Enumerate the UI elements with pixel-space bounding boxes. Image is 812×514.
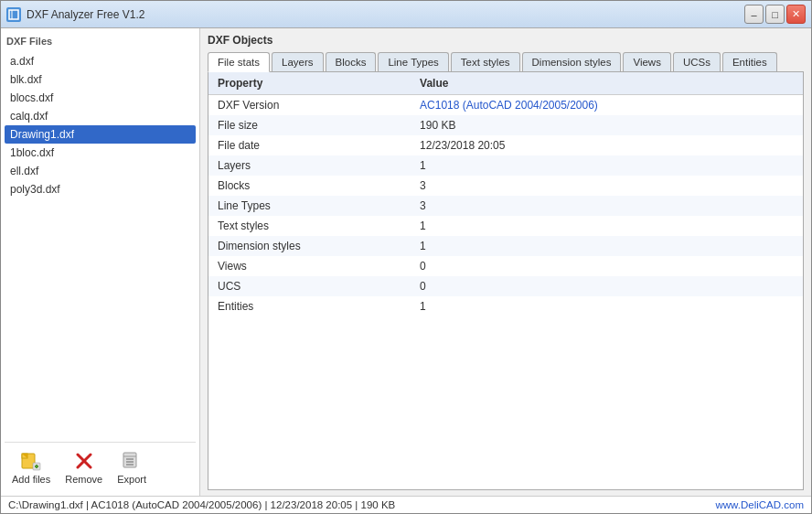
file-list: a.dxf blk.dxf blocs.dxf calq.dxf Drawing… [5,52,196,442]
file-item[interactable]: calq.dxf [5,107,196,125]
col-value: Value [411,72,803,95]
value-cell: 3 [411,176,803,196]
tab-ucss[interactable]: UCSs [673,52,721,71]
value-cell: 1 [411,216,803,236]
right-panel: DXF Objects File stats Layers Blocks Lin… [200,28,811,496]
maximize-button[interactable]: □ [765,5,785,24]
add-files-button[interactable]: Add files [8,448,54,487]
table-row: Blocks 3 [208,176,803,196]
property-cell: Layers [208,155,411,176]
remove-button[interactable]: Remove [61,448,106,487]
property-cell: File date [208,135,411,155]
tab-line-types[interactable]: Line Types [378,52,448,71]
table-row: File date 12/23/2018 20:05 [208,135,803,155]
file-item[interactable]: blk.dxf [5,70,196,89]
tab-dimension-styles[interactable]: Dimension styles [522,52,622,71]
table-row: Dimension styles 1 [208,236,803,256]
tab-file-stats[interactable]: File stats [208,52,270,72]
value-cell: 0 [411,276,803,296]
table-row: Views 0 [208,256,803,276]
sidebar: DXF Files a.dxf blk.dxf blocs.dxf calq.d… [1,28,200,496]
svg-rect-10 [123,453,136,467]
property-cell: UCS [208,276,411,296]
sidebar-title: DXF Files [5,32,196,52]
close-button[interactable]: ✕ [786,5,806,24]
deli-link[interactable]: www.DeliCAD.com [716,499,805,510]
remove-label: Remove [65,474,102,485]
export-label: Export [117,474,146,485]
value-cell: 3 [411,196,803,216]
property-cell: Line Types [208,196,411,216]
table-row: Layers 1 [208,155,803,176]
minimize-button[interactable]: – [744,5,764,24]
sidebar-toolbar: Add files Remove [5,442,196,492]
stats-table: Property Value DXF Version AC1018 (AutoC… [208,72,803,316]
file-item[interactable]: poly3d.dxf [5,180,196,198]
panel-title: DXF Objects [208,34,804,47]
property-cell: DXF Version [208,95,411,116]
property-cell: Views [208,256,411,276]
file-item[interactable]: 1bloc.dxf [5,144,196,162]
value-cell: AC1018 (AutoCAD 2004/2005/2006) [411,95,803,116]
property-cell: Blocks [208,176,411,196]
file-item[interactable]: blocs.dxf [5,89,196,107]
title-bar-left: DXF Analyzer Free V1.2 [6,7,144,22]
svg-rect-0 [9,10,18,19]
value-cell: 1 [411,155,803,176]
main-window: DXF Analyzer Free V1.2 – □ ✕ DXF Files a… [0,0,812,514]
table-row: Text styles 1 [208,216,803,236]
dxf-version-link: AC1018 (AutoCAD 2004/2005/2006) [420,99,598,112]
tab-blocks[interactable]: Blocks [326,52,377,71]
remove-icon [73,450,95,472]
app-icon [6,7,21,22]
status-text: C:\Drawing1.dxf | AC1018 (AutoCAD 2004/2… [8,499,395,510]
status-bar: C:\Drawing1.dxf | AC1018 (AutoCAD 2004/2… [1,496,811,513]
export-icon [121,450,143,472]
tab-views[interactable]: Views [623,52,670,71]
tab-layers[interactable]: Layers [272,52,324,71]
property-cell: Dimension styles [208,236,411,256]
col-property: Property [208,72,411,95]
table-row: DXF Version AC1018 (AutoCAD 2004/2005/20… [208,95,803,116]
property-cell: Entities [208,296,411,316]
add-files-label: Add files [12,474,50,485]
export-button[interactable]: Export [113,448,150,487]
tab-bar: File stats Layers Blocks Line Types Text… [208,52,804,72]
window-controls: – □ ✕ [744,5,806,24]
table-row: UCS 0 [208,276,803,296]
property-cell: File size [208,115,411,135]
table-row: Line Types 3 [208,196,803,216]
file-item-selected[interactable]: Drawing1.dxf [5,125,196,144]
value-cell: 1 [411,236,803,256]
tab-content: Property Value DXF Version AC1018 (AutoC… [208,72,804,490]
file-item[interactable]: a.dxf [5,52,196,70]
value-cell: 0 [411,256,803,276]
tab-text-styles[interactable]: Text styles [451,52,520,71]
tab-entities[interactable]: Entities [722,52,777,71]
window-title: DXF Analyzer Free V1.2 [27,8,144,21]
add-files-icon [20,450,42,472]
main-content: DXF Files a.dxf blk.dxf blocs.dxf calq.d… [1,28,811,496]
value-cell: 1 [411,296,803,316]
value-cell: 12/23/2018 20:05 [411,135,803,155]
table-row: File size 190 KB [208,115,803,135]
table-row: Entities 1 [208,296,803,316]
property-cell: Text styles [208,216,411,236]
value-cell: 190 KB [411,115,803,135]
file-item[interactable]: ell.dxf [5,162,196,180]
title-bar: DXF Analyzer Free V1.2 – □ ✕ [1,1,811,28]
